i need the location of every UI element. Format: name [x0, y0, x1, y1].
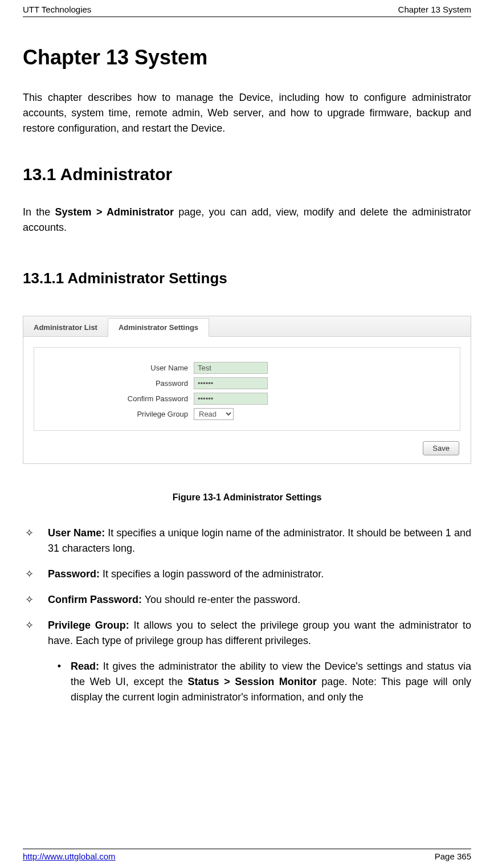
bullet-privilege: ✧ Privilege Group: It allows you to sele… — [25, 618, 471, 649]
input-username[interactable] — [194, 362, 268, 374]
footer-rule — [23, 849, 471, 849]
sub-bullet-read: • Read: It gives the administrator the a… — [48, 659, 471, 705]
section-intro: In the System > Administrator page, you … — [23, 205, 471, 235]
figure-caption: Figure 13-1 Administrator Settings — [23, 492, 471, 503]
footer: http://www.uttglobal.com Page 365 — [23, 849, 471, 861]
tabs-row: Administrator List Administrator Setting… — [23, 316, 471, 337]
tab-administrator-settings[interactable]: Administrator Settings — [108, 318, 209, 337]
label-password: Password — [68, 379, 194, 388]
bullet-password: ✧ Password: It specifies a login passwor… — [25, 567, 471, 582]
section-title: 13.1 Administrator — [23, 165, 471, 184]
diamond-marker-icon: ✧ — [25, 567, 48, 582]
bullet-username-text: It specifies a unique login name of the … — [48, 527, 471, 554]
bullet-password-text: It specifies a login password of the adm… — [100, 568, 324, 580]
input-password[interactable] — [194, 377, 268, 389]
save-button[interactable]: Save — [423, 441, 459, 455]
bullet-confirm: ✧ Confirm Password: You should re-enter … — [25, 592, 471, 608]
diamond-marker-icon: ✧ — [25, 525, 48, 556]
header-rule — [23, 17, 471, 17]
row-privilege-group: Privilege Group Read — [68, 408, 426, 420]
header-right: Chapter 13 System — [398, 5, 471, 14]
input-confirm-password[interactable] — [194, 393, 268, 405]
sub-read-bold2: Status > Session Monitor — [188, 676, 317, 687]
sub-read-bold: Read: — [71, 661, 99, 672]
bullet-privilege-bold: Privilege Group: — [48, 620, 129, 631]
bullet-list: ✧ User Name: It specifies a unique login… — [23, 525, 471, 705]
diamond-marker-icon: ✧ — [25, 592, 48, 608]
bullet-username: ✧ User Name: It specifies a unique login… — [25, 525, 471, 556]
label-privilege-group: Privilege Group — [68, 410, 194, 418]
row-password: Password — [68, 377, 426, 389]
subsection-title: 13.1.1 Administrator Settings — [23, 270, 471, 287]
form-area: User Name Password Confirm Password Priv… — [34, 347, 460, 431]
tab-administrator-list[interactable]: Administrator List — [23, 319, 108, 336]
chapter-title: Chapter 13 System — [23, 46, 471, 70]
admin-settings-widget: Administrator List Administrator Setting… — [23, 316, 471, 464]
label-confirm-password: Confirm Password — [68, 394, 194, 403]
header-left: UTT Technologies — [23, 5, 91, 14]
bullet-confirm-bold: Confirm Password: — [48, 594, 142, 605]
section-intro-bold: System > Administrator — [55, 206, 174, 218]
section-intro-pre: In the — [23, 206, 55, 218]
chapter-intro: This chapter describes how to manage the… — [23, 90, 471, 136]
save-row: Save — [23, 441, 471, 463]
row-username: User Name — [68, 362, 426, 374]
bullet-password-bold: Password: — [48, 568, 100, 580]
label-username: User Name — [68, 364, 194, 372]
footer-page: Page 365 — [435, 851, 471, 861]
bullet-username-bold: User Name: — [48, 527, 105, 539]
row-confirm-password: Confirm Password — [68, 393, 426, 405]
select-privilege-group[interactable]: Read — [194, 408, 234, 420]
bullet-confirm-text: You should re-enter the password. — [142, 594, 300, 605]
diamond-marker-icon: ✧ — [25, 618, 48, 649]
footer-link[interactable]: http://www.uttglobal.com — [23, 851, 116, 861]
bullet-dot-icon: • — [48, 659, 71, 705]
